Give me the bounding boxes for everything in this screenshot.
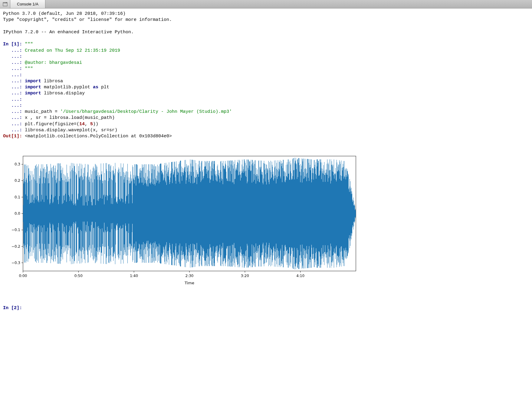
svg-text:0.1: 0.1 <box>15 195 20 199</box>
code-line: , <box>85 122 90 127</box>
banner-line: Python 3.7.0 (default, Jun 28 2018, 07:3… <box>3 11 126 16</box>
new-tab-button[interactable] <box>0 0 10 8</box>
svg-text:1:40: 1:40 <box>130 274 138 278</box>
code-docstring: Created on Thu Sep 12 21:35:19 2019 <box>25 48 120 53</box>
output-text: <matplotlib.collections.PolyCollection a… <box>25 134 172 139</box>
code-line: plt.figure(figsize=( <box>25 122 79 127</box>
in-prompt[interactable]: In [2]: <box>3 305 22 311</box>
tab-bar: Console 1/A <box>0 0 532 8</box>
svg-text:0.2: 0.2 <box>15 178 20 183</box>
svg-text:0:50: 0:50 <box>74 274 83 278</box>
continuation-prompt: ...: <box>3 97 22 102</box>
console-output[interactable]: Python 3.7.0 (default, Jun 28 2018, 07:3… <box>0 8 532 317</box>
continuation-prompt: ...: <box>3 54 22 59</box>
code-string: '/Users/bhargavdesai/Desktop/Clarity - J… <box>60 109 232 114</box>
continuation-prompt: ...: <box>3 122 22 127</box>
continuation-prompt: ...: <box>3 60 22 65</box>
code-kw: as <box>93 85 98 90</box>
waveplot-figure: −0.3−0.2−0.10.00.10.20.30:000:501:402:30… <box>5 141 529 293</box>
code-kw: import <box>25 91 41 96</box>
svg-text:−0.3: −0.3 <box>11 261 20 265</box>
continuation-prompt: ...: <box>3 66 22 71</box>
continuation-prompt: ...: <box>3 128 22 133</box>
out-prompt: Out[1]: <box>3 134 22 139</box>
svg-text:−0.2: −0.2 <box>11 244 20 248</box>
code-docstring: """ <box>25 66 33 71</box>
continuation-prompt: ...: <box>3 73 22 78</box>
code-number: 5 <box>90 122 93 127</box>
waveplot-svg: −0.3−0.2−0.10.00.10.20.30:000:501:402:30… <box>5 154 360 287</box>
code-line: librosa <box>41 79 63 84</box>
continuation-prompt: ...: <box>3 48 22 53</box>
svg-text:0.0: 0.0 <box>15 211 20 216</box>
new-tab-icon <box>3 2 8 6</box>
code-line: matplotlib.pyplot <box>41 85 93 90</box>
code-line: librosa.display.waveplot(x, sr=sr) <box>25 128 117 133</box>
svg-text:3:20: 3:20 <box>241 274 249 278</box>
banner-line: IPython 7.2.0 -- An enhanced Interactive… <box>3 30 134 35</box>
svg-text:0.3: 0.3 <box>15 162 20 166</box>
code-line: x , sr = librosa.load(music_path) <box>25 115 115 120</box>
svg-text:Time: Time <box>184 281 194 285</box>
svg-text:2:30: 2:30 <box>186 274 194 278</box>
continuation-prompt: ...: <box>3 115 22 120</box>
banner-line: Type "copyright", "credits" or "license"… <box>3 17 172 22</box>
continuation-prompt: ...: <box>3 109 22 114</box>
code-docstring: @author: bhargavdesai <box>25 60 82 65</box>
code-kw: import <box>25 85 41 90</box>
svg-text:4:10: 4:10 <box>296 274 304 278</box>
code-line: music_path = <box>25 109 60 114</box>
in-prompt: In [1]: <box>3 42 22 47</box>
code-docstring: """ <box>25 42 33 47</box>
tab-console-1a[interactable]: Console 1/A <box>10 0 45 8</box>
svg-text:−0.1: −0.1 <box>11 228 20 232</box>
code-kw: import <box>25 79 41 84</box>
code-line: )) <box>93 122 98 127</box>
continuation-prompt: ...: <box>3 85 22 90</box>
tab-label: Console 1/A <box>17 2 38 6</box>
code-number: 14 <box>79 122 85 127</box>
svg-text:0:00: 0:00 <box>19 274 27 278</box>
continuation-prompt: ...: <box>3 79 22 84</box>
code-line: librosa.display <box>41 91 85 96</box>
continuation-prompt: ...: <box>3 103 22 108</box>
code-line: plt <box>98 85 109 90</box>
continuation-prompt: ...: <box>3 91 22 96</box>
